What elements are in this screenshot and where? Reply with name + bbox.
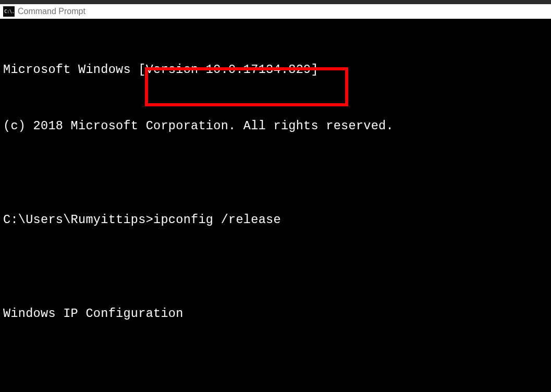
command-prompt-window: C:\. Command Prompt Microsoft Windows [V… (0, 0, 551, 392)
terminal-output[interactable]: Microsoft Windows [Version 10.0.17134.82… (0, 20, 551, 392)
window-titlebar[interactable]: C:\. Command Prompt (0, 0, 551, 20)
terminal-line: Windows IP Configuration (3, 304, 549, 323)
terminal-line-prompt: C:\Users\Rumyittips>ipconfig /release (3, 211, 549, 229)
terminal-line: Microsoft Windows [Version 10.0.17134.82… (3, 60, 549, 79)
prompt-glyph: C:\. (4, 9, 15, 14)
window-title: Command Prompt (18, 7, 85, 16)
terminal-line: (c) 2018 Microsoft Corporation. All righ… (3, 117, 549, 136)
command-prompt-icon: C:\. (3, 6, 15, 17)
